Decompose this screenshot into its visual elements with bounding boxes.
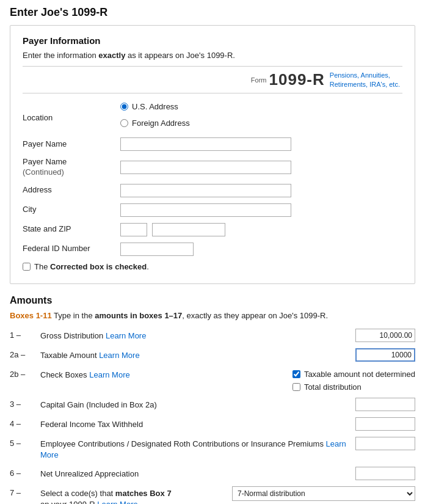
federal-id-label: Federal ID Number (23, 244, 120, 254)
city-input[interactable] (120, 203, 291, 217)
address-input[interactable] (120, 184, 291, 197)
state-input[interactable] (120, 223, 147, 236)
box7-label: Select a code(s) that matches Box 7 on y… (40, 486, 232, 504)
address-label: Address (23, 185, 120, 195)
form-desc: Pensions, Annuities,Retirements, IRA's, … (330, 71, 400, 89)
payer-section-title: Payer Information (23, 35, 402, 46)
box5-input[interactable] (355, 437, 415, 450)
box6-input-area (354, 467, 415, 480)
box2b-checkboxes: Taxable amount not determined Total dist… (281, 368, 415, 392)
foreign-address-label: Foreign Address (132, 119, 190, 128)
corrected-label: The Corrected box is checked. (34, 262, 149, 271)
box6-input[interactable] (355, 467, 415, 480)
box1-input[interactable] (355, 329, 415, 342)
foreign-address-radio[interactable] (120, 119, 128, 127)
box7-row: 7 – Select a code(s) that matches Box 7 … (10, 486, 415, 504)
form-number: 1099-R (269, 70, 325, 89)
location-label: Location (23, 112, 120, 122)
box4-input[interactable] (355, 417, 415, 431)
location-row: Location U.S. Address Foreign Address (23, 102, 402, 131)
amounts-title: Amounts (10, 295, 415, 306)
city-row: City (23, 203, 402, 217)
taxable-not-determined-checkbox[interactable] (292, 370, 300, 378)
state-zip-row: State and ZIP (23, 223, 402, 236)
box2b-row: 2b – Check Boxes Learn More Taxable amou… (10, 368, 415, 392)
box2b-label: Check Boxes Learn More (40, 368, 281, 381)
box2b-checkbox-area: Taxable amount not determined Total dist… (292, 368, 415, 392)
payer-section: Payer Information Enter the information … (10, 25, 415, 284)
box2a-input-area (354, 348, 415, 362)
amounts-info: Boxes 1-11 Type in the amounts in boxes … (10, 311, 415, 320)
page-container: Enter Joe's 1099-R Payer Information Ent… (0, 0, 425, 504)
box2b-learn-more[interactable]: Learn More (89, 370, 129, 379)
payer-name-cont-label: Payer Name(Continued) (23, 157, 120, 178)
payer-name-label: Payer Name (23, 139, 120, 150)
box3-num: 3 – (10, 398, 40, 409)
box1-row: 1 – Gross Distribution Learn More (10, 329, 415, 342)
federal-id-row: Federal ID Number (23, 243, 402, 256)
taxable-not-determined-row: Taxable amount not determined (292, 370, 415, 379)
payer-name-input[interactable] (120, 137, 291, 151)
box1-label: Gross Distribution Learn More (40, 329, 354, 341)
box3-row: 3 – Capital Gain (Included in Box 2a) (10, 398, 415, 411)
payer-name-cont-row: Payer Name(Continued) (23, 157, 402, 178)
intro-text: Enter the information exactly as it appe… (23, 51, 402, 60)
address-row: Address (23, 184, 402, 197)
total-distribution-checkbox[interactable] (292, 383, 300, 391)
box7-learn-more[interactable]: Learn More (97, 500, 137, 504)
form-banner: Form 1099-R Pensions, Annuities,Retireme… (23, 66, 402, 93)
page-title: Enter Joe's 1099-R (10, 6, 415, 19)
box5-input-area (354, 437, 415, 450)
location-radios: U.S. Address Foreign Address (120, 102, 190, 131)
total-distribution-row: Total distribution (292, 382, 415, 392)
box3-input[interactable] (355, 398, 415, 411)
zip-input[interactable] (152, 223, 225, 236)
corrected-row: The Corrected box is checked. (23, 262, 402, 271)
box2a-num: 2a – (10, 348, 40, 359)
box2a-learn-more[interactable]: Learn More (99, 351, 139, 360)
payer-name-row: Payer Name (23, 137, 402, 151)
box5-row: 5 – Employee Contributions / Designated … (10, 437, 415, 461)
box3-input-area (354, 398, 415, 411)
box5-num: 5 – (10, 437, 40, 448)
us-address-radio[interactable] (120, 103, 128, 111)
taxable-not-determined-label: Taxable amount not determined (304, 370, 415, 379)
city-label: City (23, 205, 120, 215)
box4-row: 4 – Federal Income Tax Withheld (10, 417, 415, 431)
us-address-radio-row: U.S. Address (120, 102, 190, 111)
box2a-label: Taxable Amount Learn More (40, 348, 354, 361)
federal-id-input[interactable] (120, 243, 194, 256)
foreign-address-radio-row: Foreign Address (120, 119, 190, 128)
box2a-input[interactable] (355, 348, 415, 362)
amounts-section: Amounts Boxes 1-11 Type in the amounts i… (10, 295, 415, 504)
box2b-num: 2b – (10, 368, 40, 379)
corrected-checkbox[interactable] (23, 263, 31, 271)
box4-num: 4 – (10, 417, 40, 428)
total-distribution-label: Total distribution (304, 382, 361, 392)
box5-label: Employee Contributions / Designated Roth… (40, 437, 354, 461)
box1-learn-more[interactable]: Learn More (106, 331, 146, 340)
box6-row: 6 – Net Unrealized Appreciation (10, 467, 415, 480)
box6-num: 6 – (10, 467, 40, 478)
box4-input-area (354, 417, 415, 431)
box7-select1[interactable]: 7-Normal distribution 1-Early distributi… (232, 486, 415, 501)
box7-selects: 7-Normal distribution 1-Early distributi… (232, 486, 415, 504)
form-label: Form (251, 76, 267, 84)
payer-name-cont-input[interactable] (120, 161, 291, 174)
box1-input-area (354, 329, 415, 342)
state-zip-label: State and ZIP (23, 224, 120, 235)
us-address-label: U.S. Address (132, 102, 178, 111)
box2a-row: 2a – Taxable Amount Learn More (10, 348, 415, 362)
box1-num: 1 – (10, 329, 40, 340)
box4-label: Federal Income Tax Withheld (40, 417, 354, 430)
box3-label: Capital Gain (Included in Box 2a) (40, 398, 354, 411)
box6-label: Net Unrealized Appreciation (40, 467, 354, 480)
box7-num: 7 – (10, 486, 40, 497)
